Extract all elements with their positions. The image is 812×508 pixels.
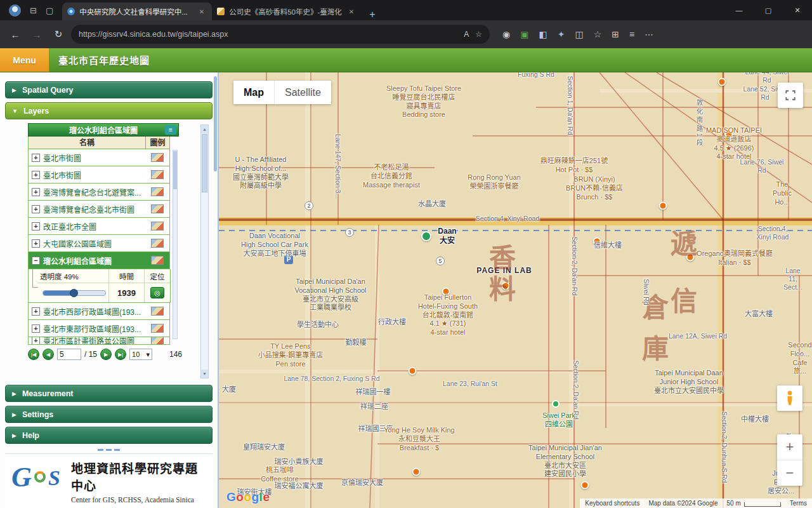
map-label[interactable]: 祥瑞二座 <box>360 403 388 411</box>
tab-inactive[interactable]: 公司史《高砂香料50年史》-臺灣化... ✕ <box>212 3 362 20</box>
maximize-button[interactable]: ▢ <box>754 0 783 20</box>
layer-row[interactable]: +臺北市街圖 <box>29 166 170 184</box>
map-canvas[interactable]: 235P Fuxing S RdLane 44, Siwei RdLane 52… <box>219 72 812 508</box>
forward-button[interactable]: → <box>28 25 46 43</box>
map-label[interactable]: Taipei Fullerton Hotel-Fuxing South 台北馥敦… <box>418 293 478 337</box>
pegman-control[interactable] <box>777 385 802 411</box>
split-screen-icon[interactable]: ◫ <box>575 29 583 39</box>
expand-icon[interactable]: + <box>32 324 40 333</box>
expand-icon[interactable]: + <box>32 222 40 231</box>
tab-active[interactable]: 中央研究院人文社會科學研究中... ✕ <box>62 3 212 20</box>
next-page-button[interactable]: ▶ <box>100 349 112 360</box>
layer-group-icon[interactable]: ≡ <box>165 125 176 135</box>
accordion-measurement[interactable]: ▶ Measurement <box>5 385 213 402</box>
table-scrollbar[interactable] <box>173 150 178 339</box>
favorite-star-icon[interactable]: ☆ <box>475 30 482 39</box>
map-label[interactable]: 學生活動中心 <box>297 321 339 330</box>
map-label[interactable]: 勤毅樓 <box>346 338 367 347</box>
collections-icon[interactable]: ⊞ <box>612 29 619 39</box>
layer-row[interactable]: +臺灣博覽會紀念臺北市街圖 <box>29 201 170 218</box>
legend-icon[interactable] <box>145 170 169 179</box>
map-label[interactable]: Siwei Park 四維公園 <box>542 411 575 429</box>
layer-row[interactable]: +大屯國家公園區域圖 <box>29 235 170 252</box>
map-label[interactable]: Oregano奧瑞岡義式餐廳 Italian · $$ <box>697 250 773 267</box>
map-label[interactable]: 祥瑞國一樓 <box>356 388 391 397</box>
browser-essentials-icon[interactable]: ≡ <box>629 29 634 39</box>
last-page-button[interactable]: ▶| <box>115 349 126 360</box>
extension-blue-icon[interactable]: ✦ <box>558 29 565 39</box>
legend-icon[interactable] <box>145 187 169 196</box>
read-aloud-icon[interactable]: A <box>464 30 469 39</box>
map-label[interactable]: Second Floo... Cafe 旅... <box>788 341 811 376</box>
extension-green-icon[interactable]: ▣ <box>520 29 528 39</box>
map-label[interactable]: 不老松足湯 台北信義分館 Massage therapist <box>363 163 420 189</box>
layer-row[interactable]: +改正臺北市全圖 <box>29 218 170 235</box>
extension-round-icon[interactable]: ◉ <box>502 29 510 39</box>
legend-icon[interactable] <box>145 239 169 248</box>
map-label[interactable]: 水晶大廈 <box>418 200 446 209</box>
profile-avatar-icon[interactable] <box>9 4 21 17</box>
menu-button[interactable]: Menu <box>0 48 49 72</box>
map-label[interactable]: 京倫瑞安大廈 <box>341 479 383 488</box>
zoom-out-button[interactable]: − <box>777 460 802 486</box>
satellite-view-button[interactable]: Satellite <box>274 81 331 104</box>
legend-icon[interactable] <box>145 222 169 231</box>
layer-row[interactable]: +臺北市街圖 <box>29 149 170 166</box>
panel-scrollbar[interactable]: ▲ ▼ <box>200 124 209 378</box>
legend-icon[interactable] <box>145 337 169 345</box>
settings-more-icon[interactable]: ⋯ <box>645 29 653 39</box>
map-label[interactable]: TY Lee Pens 小品搜集-鋼筆專賣店 Pen store <box>258 342 324 368</box>
address-bar[interactable]: https://gissrv4.sinica.edu.tw/gis/taipei… <box>71 25 490 44</box>
layer-row[interactable]: +臺北市區計畫街路並公園圖 <box>29 337 170 345</box>
keyboard-shortcuts-link[interactable]: Keyboard shortcuts <box>585 500 639 507</box>
expand-icon[interactable]: + <box>32 337 40 345</box>
legend-icon[interactable] <box>145 153 169 162</box>
locate-button[interactable]: ◎ <box>150 287 164 298</box>
close-button[interactable]: ✕ <box>783 0 812 20</box>
map-label[interactable]: 皇翔瑞安大廈 <box>243 443 285 452</box>
map-label[interactable]: Taipei Municipal Da'an Vocational High S… <box>294 277 366 312</box>
web-capture-icon[interactable]: ◧ <box>539 29 547 39</box>
legend-icon[interactable] <box>145 256 169 265</box>
url-text[interactable]: https://gissrv4.sinica.edu.tw/gis/taipei… <box>79 30 457 39</box>
first-page-button[interactable]: |◀ <box>28 349 39 360</box>
map-label[interactable]: Taipei Municipal Jian'an Elementary Scho… <box>528 444 602 479</box>
accordion-help[interactable]: ▶ Help <box>5 427 213 444</box>
map-label[interactable]: Daan 大安 <box>438 227 456 246</box>
fullscreen-button[interactable] <box>778 83 803 108</box>
legend-icon[interactable] <box>145 307 169 316</box>
page-size-select[interactable]: 10 ▾ <box>129 349 152 360</box>
map-label[interactable]: 大富大樓 <box>745 310 773 319</box>
expand-icon[interactable]: + <box>32 171 40 179</box>
refresh-button[interactable]: ↻ <box>49 25 67 43</box>
tab-close-icon[interactable]: ✕ <box>346 7 357 17</box>
map-label[interactable]: 大廈 <box>222 385 236 394</box>
tab-search-icon[interactable]: ▢ <box>46 6 53 15</box>
map-label[interactable]: 鼎旺麻辣鍋一店251號 Hot Pot · $$ <box>540 157 608 175</box>
layer-row[interactable]: +臺灣博覽會紀念台北遊覽案... <box>29 184 170 201</box>
map-label[interactable]: U - The Affiliated High School of... 國立臺… <box>233 156 289 190</box>
map-label[interactable]: BRUN (Xinyi) BRUN不賴-信義店 Brunch · $$ <box>566 175 623 201</box>
map-view-button[interactable]: Map <box>233 81 274 104</box>
layer-row[interactable]: −瑠公水利組合區域圖 <box>29 252 170 269</box>
scroll-up-icon[interactable]: ▲ <box>201 125 208 133</box>
prev-page-button[interactable]: ◀ <box>43 349 54 360</box>
page-input[interactable] <box>57 349 81 360</box>
resize-handle[interactable] <box>5 449 213 451</box>
scroll-down-icon[interactable]: ▼ <box>201 370 208 378</box>
map-label[interactable]: 行政大樓 <box>378 318 406 327</box>
accordion-settings[interactable]: ▶ Settings <box>5 406 213 423</box>
map-label[interactable]: The Public Ho... <box>768 180 797 206</box>
expand-icon[interactable]: + <box>32 239 40 248</box>
expand-icon[interactable]: + <box>32 205 40 213</box>
legend-icon[interactable] <box>145 324 169 333</box>
expand-icon[interactable]: + <box>32 154 40 162</box>
scrollbar-thumb[interactable] <box>202 134 207 192</box>
map-label[interactable]: Rong Rong Yuan 榮榮園浙寧餐廳 <box>468 173 521 191</box>
map-label[interactable]: MADISON TAIPEI 麥迪遜飯店 4.5 ★ (2696) 4-star… <box>706 126 762 161</box>
new-tab-button[interactable]: + <box>362 9 383 20</box>
zoom-in-button[interactable]: + <box>777 434 802 460</box>
expand-icon[interactable]: + <box>32 307 40 316</box>
opacity-slider[interactable] <box>43 290 106 296</box>
legend-icon[interactable] <box>145 204 169 213</box>
